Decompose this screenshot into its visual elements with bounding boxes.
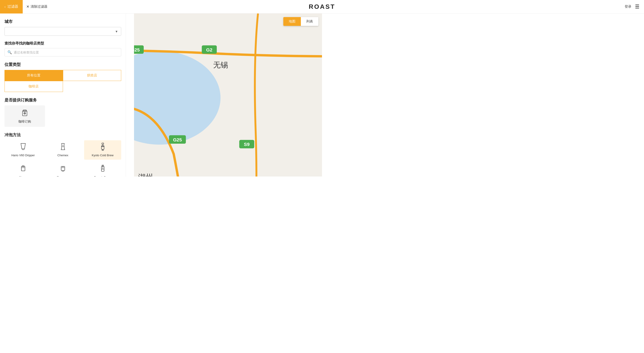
type-btn-roastery[interactable]: 烘焙店 xyxy=(63,70,122,81)
clear-filter-label: 清除过滤器 xyxy=(30,4,48,9)
svg-text:S9: S9 xyxy=(244,142,250,147)
list-view-button[interactable]: 列表 xyxy=(301,17,318,26)
city-select-wrapper: ▼ xyxy=(4,27,121,36)
french-press-icon xyxy=(99,164,107,174)
brew-label-kyoto-cold-brew: Kyoto Cold Brew xyxy=(92,154,114,158)
clear-filter-button[interactable]: ✕ 清除过滤器 xyxy=(23,0,51,14)
brew-grid: Hario V60 Dripper Chemex xyxy=(4,140,121,176)
type-buttons: 所有位置 烘焙店 咖啡店 xyxy=(4,70,121,92)
brew-item-hario-v60[interactable]: Hario V60 Dripper xyxy=(4,140,42,160)
svg-text:G2: G2 xyxy=(206,47,212,52)
map-view-button[interactable]: 地图 xyxy=(283,17,301,26)
svg-rect-9 xyxy=(102,143,104,144)
coffee-order-icon xyxy=(21,108,29,118)
clover-icon xyxy=(19,164,27,174)
svg-marker-5 xyxy=(21,144,26,149)
brew-label-chemex: Chemex xyxy=(57,154,68,158)
chemex-icon xyxy=(59,142,67,152)
type-btn-all[interactable]: 所有位置 xyxy=(4,70,63,81)
svg-point-20 xyxy=(62,166,64,167)
type-btn-cafe[interactable]: 咖啡店 xyxy=(4,81,63,92)
header: ‹ 过滤器 ✕ 清除过滤器 ROAST 登录 ☰ xyxy=(0,0,322,14)
ordering-label: 是否提供订购服务 xyxy=(4,97,121,103)
filter-label: 过滤器 xyxy=(8,4,18,9)
kyoto-cold-brew-icon xyxy=(99,142,107,152)
brew-item-french-press[interactable]: French Press xyxy=(84,162,121,176)
main-layout: 城市 ▼ 查找你寻找的咖啡店类型 🔍 位置类型 所有位置 烘焙店 咖啡店 是否提… xyxy=(0,0,322,176)
filter-button[interactable]: ‹ 过滤器 xyxy=(0,0,23,14)
city-label: 城市 xyxy=(4,19,121,24)
chevron-left-icon: ‹ xyxy=(4,5,6,8)
brew-label-hario-v60: Hario V60 Dripper xyxy=(11,154,35,158)
location-type-label: 位置类型 xyxy=(4,62,121,67)
svg-text:G25: G25 xyxy=(173,137,182,142)
svg-text:无锡: 无锡 xyxy=(213,61,228,69)
ordering-section: 是否提供订购服务 咖啡订购 xyxy=(4,97,121,127)
location-type-section: 位置类型 所有位置 烘焙店 咖啡店 xyxy=(4,62,121,92)
city-select[interactable] xyxy=(4,27,121,36)
brew-section: 冲泡方法 Hario V60 Dripper xyxy=(4,132,121,176)
search-icon: 🔍 xyxy=(8,50,12,54)
map-area: S48 G2 G25 G25 G60 G92 G92 G15 S11 S14 S… xyxy=(134,14,322,176)
header-left: ‹ 过滤器 ✕ 清除过滤器 xyxy=(0,0,51,14)
brew-item-espresso[interactable]: Espresso xyxy=(44,162,82,176)
brew-label-clover: Clover xyxy=(19,176,28,176)
logo: ROAST xyxy=(309,3,322,10)
svg-rect-15 xyxy=(21,166,25,171)
sidebar: 城市 ▼ 查找你寻找的咖啡店类型 🔍 位置类型 所有位置 烘焙店 咖啡店 是否提… xyxy=(0,14,126,176)
find-type-label: 查找你寻找的咖啡店类型 xyxy=(4,41,121,46)
brew-label-french-press: French Press xyxy=(94,176,111,176)
ordering-label-text: 咖啡订购 xyxy=(18,120,31,124)
search-input[interactable] xyxy=(14,50,118,54)
map-background: S48 G2 G25 G25 G60 G92 G92 G15 S11 S14 S… xyxy=(134,14,322,176)
brew-label: 冲泡方法 xyxy=(4,132,121,138)
svg-rect-7 xyxy=(22,149,24,150)
map-view-toggle: 地图 列表 xyxy=(283,17,318,26)
search-box: 🔍 xyxy=(4,48,121,56)
brew-label-espresso: Espresso xyxy=(57,176,69,176)
close-icon: ✕ xyxy=(26,4,29,9)
espresso-icon xyxy=(59,164,67,174)
hario-v60-icon xyxy=(19,142,27,152)
brew-item-clover[interactable]: Clover xyxy=(4,162,42,176)
ordering-item-coffee[interactable]: 咖啡订购 xyxy=(4,106,45,127)
svg-text:G25: G25 xyxy=(134,47,140,52)
svg-text:湖州: 湖州 xyxy=(138,173,153,176)
brew-item-kyoto-cold-brew[interactable]: Kyoto Cold Brew xyxy=(84,140,121,160)
brew-item-chemex[interactable]: Chemex xyxy=(44,140,82,160)
